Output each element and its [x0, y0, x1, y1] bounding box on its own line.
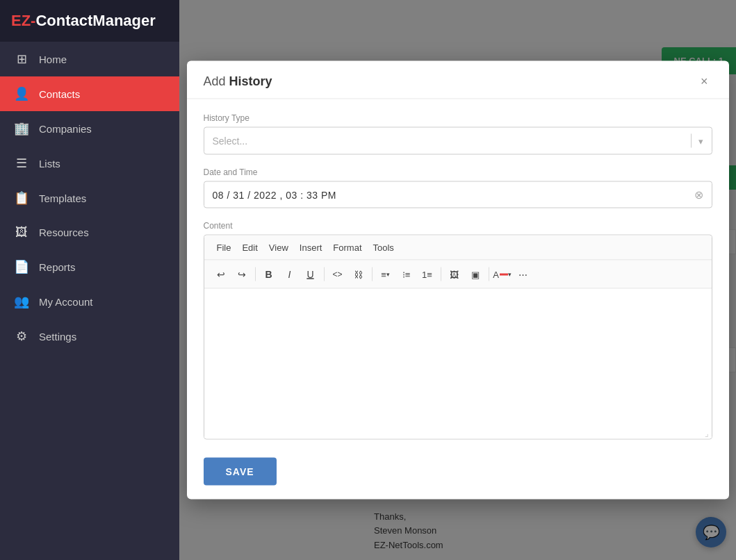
sidebar-label-companies: Companies: [39, 123, 92, 135]
italic-button[interactable]: I: [280, 265, 300, 284]
modal-title: Add History: [204, 74, 272, 88]
sidebar-item-settings[interactable]: ⚙ Settings: [0, 319, 179, 354]
sidebar-label-myaccount: My Account: [39, 296, 93, 308]
menu-format[interactable]: Format: [327, 240, 367, 256]
sidebar: EZ- ContactManager ⊞ Home 👤 Contacts 🏢 C…: [0, 0, 179, 560]
more-options-button[interactable]: ⋯: [514, 265, 533, 284]
datetime-wrapper[interactable]: 08 / 31 / 2022 , 03 : 33 PM ⊗: [204, 181, 712, 208]
menu-tools[interactable]: Tools: [368, 240, 400, 256]
toolbar-sep-2: [324, 267, 325, 281]
sidebar-label-contacts: Contacts: [39, 88, 80, 100]
menu-edit[interactable]: Edit: [236, 240, 263, 256]
history-type-label: History Type: [204, 113, 712, 123]
sidebar-label-lists: Lists: [39, 158, 60, 170]
modal-close-button[interactable]: ×: [696, 74, 712, 89]
sidebar-item-reports[interactable]: 📄 Reports: [0, 249, 179, 284]
sidebar-label-settings: Settings: [39, 331, 76, 343]
editor-toolbar: ↩ ↪ B I U <> ⛓ ≡▾ ⁝≡ 1≡: [204, 261, 712, 289]
main-area: NE CALL: 1 ADD HISTORY 2022 9:57 am 2022…: [179, 0, 736, 560]
sidebar-item-lists[interactable]: ☰ Lists: [0, 146, 179, 181]
align-button[interactable]: ≡▾: [376, 265, 395, 284]
toolbar-sep-1: [255, 267, 256, 281]
content-field: Content File Edit View Insert Format Too…: [204, 221, 712, 440]
numbered-list-button[interactable]: 1≡: [418, 265, 437, 284]
undo-button[interactable]: ↩: [211, 265, 231, 284]
bullet-list-button[interactable]: ⁝≡: [397, 265, 416, 284]
datetime-value: 08 / 31 / 2022 , 03 : 33 PM: [213, 189, 337, 200]
resources-icon: 🖼: [14, 225, 29, 240]
lists-icon: ☰: [14, 156, 29, 171]
sidebar-label-home: Home: [39, 53, 67, 65]
editor-content-area[interactable]: [204, 289, 712, 428]
sidebar-item-templates[interactable]: 📋 Templates: [0, 181, 179, 215]
sidebar-item-contacts[interactable]: 👤 Contacts: [0, 76, 179, 111]
select-display[interactable]: Select... ▾: [204, 128, 712, 154]
settings-icon: ⚙: [14, 329, 29, 344]
sidebar-label-reports: Reports: [39, 261, 76, 273]
templates-icon: 📋: [14, 190, 29, 206]
companies-icon: 🏢: [14, 121, 29, 136]
sidebar-label-templates: Templates: [39, 192, 86, 204]
rich-text-editor[interactable]: File Edit View Insert Format Tools ↩ ↪ B…: [204, 235, 712, 440]
add-history-modal: Add History × History Type Select... ▾: [187, 61, 729, 500]
modal-title-add: Add: [204, 74, 226, 88]
menu-file[interactable]: File: [211, 240, 237, 256]
code-button[interactable]: <>: [328, 265, 347, 284]
sidebar-label-resources: Resources: [39, 227, 89, 238]
toolbar-sep-4: [441, 267, 441, 281]
media-button[interactable]: ▣: [466, 265, 485, 284]
link-button[interactable]: ⛓: [349, 265, 368, 284]
save-button[interactable]: SAVE: [204, 458, 277, 486]
sidebar-item-resources[interactable]: 🖼 Resources: [0, 215, 179, 249]
modal-body: History Type Select... ▾ Date and Time 0…: [187, 99, 729, 500]
underline-button[interactable]: U: [301, 265, 320, 284]
datetime-label: Date and Time: [204, 167, 712, 177]
font-color-button[interactable]: A▾: [493, 265, 512, 284]
history-type-field: History Type Select... ▾: [204, 113, 712, 155]
menu-view[interactable]: View: [263, 240, 294, 256]
datetime-field: Date and Time 08 / 31 / 2022 , 03 : 33 P…: [204, 167, 712, 208]
image-button[interactable]: 🖼: [445, 265, 464, 284]
toolbar-sep-5: [489, 267, 489, 281]
editor-menubar: File Edit View Insert Format Tools: [204, 236, 712, 261]
sidebar-item-companies[interactable]: 🏢 Companies: [0, 111, 179, 146]
myaccount-icon: 👥: [14, 294, 29, 309]
content-label: Content: [204, 221, 712, 231]
toolbar-sep-3: [372, 267, 373, 281]
bold-button[interactable]: B: [259, 265, 279, 284]
menu-insert[interactable]: Insert: [294, 240, 328, 256]
sidebar-item-home[interactable]: ⊞ Home: [0, 42, 179, 76]
home-icon: ⊞: [14, 51, 29, 67]
logo-ez: EZ-: [11, 12, 35, 30]
sidebar-item-myaccount[interactable]: 👥 My Account: [0, 284, 179, 319]
logo: EZ- ContactManager: [0, 0, 179, 42]
modal-header: Add History ×: [187, 61, 729, 99]
datetime-clear-button[interactable]: ⊗: [694, 188, 703, 201]
select-placeholder: Select...: [213, 135, 248, 147]
redo-button[interactable]: ↪: [232, 265, 252, 284]
resize-handle: ⌟: [204, 428, 712, 439]
chevron-down-icon: ▾: [698, 135, 703, 146]
logo-name: ContactManager: [35, 12, 155, 30]
history-type-select[interactable]: Select... ▾: [204, 127, 712, 155]
contacts-icon: 👤: [14, 86, 29, 101]
select-divider: [691, 134, 692, 148]
reports-icon: 📄: [14, 259, 29, 274]
modal-title-history: History: [229, 74, 272, 88]
